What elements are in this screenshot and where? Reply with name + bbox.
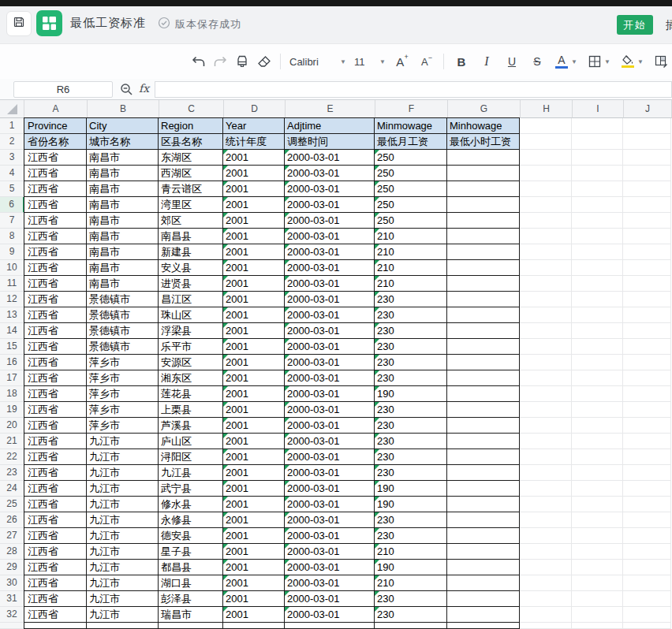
cell[interactable]: 230 — [375, 449, 447, 465]
cell[interactable]: 2001 — [223, 465, 285, 481]
cell[interactable] — [623, 434, 671, 449]
cell[interactable]: 210 — [375, 244, 447, 260]
cell[interactable] — [520, 607, 572, 623]
cell[interactable] — [447, 512, 520, 528]
row-header[interactable]: 25 — [0, 497, 24, 512]
cell[interactable]: 江西省 — [24, 339, 87, 355]
cell[interactable]: 九江市 — [87, 481, 159, 497]
cell[interactable] — [520, 276, 572, 292]
cell[interactable]: 江西省 — [24, 260, 87, 276]
cell[interactable] — [572, 607, 623, 623]
cell[interactable] — [623, 244, 671, 260]
cell[interactable] — [623, 370, 671, 386]
cell[interactable]: 浮梁县 — [159, 323, 223, 339]
row-header[interactable]: 4 — [0, 166, 24, 181]
cell[interactable] — [572, 623, 623, 629]
cell[interactable] — [572, 276, 623, 292]
cell[interactable]: 江西省 — [24, 481, 87, 497]
cell[interactable] — [87, 623, 159, 629]
cell[interactable] — [572, 434, 623, 449]
cell[interactable] — [520, 166, 572, 181]
cell[interactable]: 230 — [375, 528, 447, 544]
cell[interactable]: 武宁县 — [159, 481, 223, 497]
row-header[interactable]: 2 — [0, 134, 24, 150]
row-header[interactable]: 12 — [0, 292, 24, 307]
cell[interactable]: 江西省 — [24, 150, 87, 166]
cell[interactable]: 2001 — [223, 402, 285, 418]
cell[interactable]: 210 — [375, 229, 447, 244]
cell[interactable]: City — [87, 117, 159, 134]
cell[interactable]: 景德镇市 — [87, 339, 159, 355]
eraser-button[interactable] — [256, 51, 273, 72]
cell[interactable]: 莲花县 — [159, 386, 223, 402]
cell[interactable] — [447, 497, 520, 512]
cell[interactable] — [447, 607, 520, 623]
cell[interactable] — [520, 181, 572, 197]
cell[interactable]: 2000-03-01 — [285, 370, 375, 386]
cell[interactable]: 250 — [375, 197, 447, 213]
cell[interactable] — [447, 339, 520, 355]
cell[interactable]: 2000-03-01 — [285, 292, 375, 307]
cell[interactable]: 江西省 — [24, 591, 87, 607]
cell[interactable]: 江西省 — [24, 497, 87, 512]
cell[interactable] — [447, 229, 520, 244]
cell[interactable]: 2000-03-01 — [285, 497, 375, 512]
row-header[interactable]: 14 — [0, 323, 24, 339]
select-all-corner[interactable] — [0, 100, 24, 118]
column-header-I[interactable]: I — [573, 100, 624, 118]
cell[interactable] — [572, 449, 623, 465]
row-header[interactable]: 8 — [0, 229, 24, 244]
cell[interactable]: 250 — [375, 181, 447, 197]
cell[interactable]: 2000-03-01 — [285, 150, 375, 166]
cell[interactable] — [520, 481, 572, 497]
cell[interactable]: 2001 — [223, 181, 285, 197]
cell[interactable] — [623, 197, 671, 213]
cell[interactable]: 江西省 — [24, 560, 87, 575]
cell[interactable] — [447, 528, 520, 544]
cell[interactable]: 2000-03-01 — [285, 307, 375, 323]
cell[interactable]: 230 — [375, 355, 447, 370]
cell[interactable] — [520, 465, 572, 481]
cell[interactable] — [572, 402, 623, 418]
cell[interactable]: 南昌市 — [87, 260, 159, 276]
cell[interactable]: 最低月工资 — [375, 134, 447, 150]
font-color-button[interactable]: A ▼ — [552, 51, 581, 72]
cell[interactable] — [520, 323, 572, 339]
cell[interactable] — [520, 197, 572, 213]
cell[interactable]: 2001 — [223, 418, 285, 434]
cell[interactable]: 2000-03-01 — [285, 229, 375, 244]
cell[interactable] — [159, 623, 223, 629]
cell[interactable] — [520, 260, 572, 276]
row-header[interactable]: 1 — [0, 118, 24, 134]
cell[interactable]: 九江市 — [87, 465, 159, 481]
cell[interactable]: 萍乡市 — [87, 386, 159, 402]
cell[interactable] — [623, 339, 671, 355]
cell[interactable] — [572, 213, 623, 229]
cell[interactable]: Minhowage — [447, 117, 520, 134]
cell[interactable] — [520, 355, 572, 370]
cell[interactable]: 江西省 — [24, 355, 87, 370]
formula-input[interactable] — [155, 81, 672, 98]
cell[interactable] — [447, 575, 520, 591]
cell[interactable]: 2001 — [223, 229, 285, 244]
cell[interactable]: 江西省 — [24, 197, 87, 213]
cell[interactable]: 2000-03-01 — [285, 418, 375, 434]
row-header[interactable]: 15 — [0, 339, 24, 355]
cell[interactable] — [447, 181, 520, 197]
cell[interactable]: 九江市 — [87, 591, 159, 607]
cell[interactable] — [623, 260, 671, 276]
cell[interactable]: 2000-03-01 — [285, 575, 375, 591]
cell[interactable] — [447, 276, 520, 292]
cell[interactable]: 江西省 — [24, 229, 87, 244]
row-header[interactable]: 6 — [0, 197, 24, 213]
cell[interactable]: 2001 — [223, 339, 285, 355]
cell[interactable] — [447, 323, 520, 339]
cell[interactable] — [572, 560, 623, 575]
font-size-select[interactable]: 11▼ — [353, 51, 387, 72]
cell[interactable]: 2001 — [223, 197, 285, 213]
row-header[interactable]: 29 — [0, 560, 24, 575]
cell[interactable]: 2001 — [223, 449, 285, 465]
cell[interactable]: 景德镇市 — [87, 323, 159, 339]
cell[interactable]: 江西省 — [24, 418, 87, 434]
cell[interactable]: 2000-03-01 — [285, 607, 375, 623]
